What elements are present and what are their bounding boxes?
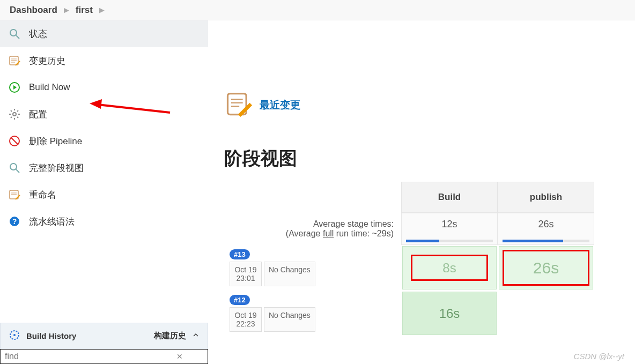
svg-point-12 — [10, 164, 17, 170]
sidebar-item-configure[interactable]: 配置 — [0, 101, 208, 128]
svg-line-13 — [16, 169, 19, 173]
gear-icon — [8, 107, 21, 121]
build-date: Oct 19 22:23 — [230, 307, 262, 332]
notepad-icon — [8, 54, 21, 68]
breadcrumb-job[interactable]: first — [71, 5, 97, 16]
stage-cell-publish[interactable] — [499, 292, 593, 335]
clock-play-icon — [8, 80, 21, 94]
svg-line-1 — [16, 35, 19, 39]
svg-text:?: ? — [12, 217, 17, 226]
build-history-title: Build History — [26, 331, 76, 340]
avg-publish: 26s — [498, 213, 594, 245]
svg-point-9 — [13, 113, 16, 116]
stage-col-publish: publish — [498, 182, 594, 213]
chevron-up-icon — [191, 331, 200, 341]
sidebar-item-label: 完整阶段视图 — [29, 162, 84, 174]
notepad-icon — [8, 188, 21, 202]
svg-point-0 — [10, 29, 17, 36]
build-changes: No Changes — [264, 262, 315, 286]
build-changes: No Changes — [264, 307, 315, 332]
sidebar: 状态 变更历史 Build Now 配置 删除 Pipeline — [0, 20, 208, 364]
avg-labels: Average stage times: (Average full run t… — [224, 213, 401, 245]
sidebar-item-pipeline-syntax[interactable]: ? 流水线语法 — [0, 208, 208, 235]
delete-icon — [8, 134, 21, 148]
build-date: Oct 19 23:01 — [230, 262, 262, 286]
highlight-box — [503, 250, 589, 286]
help-icon: ? — [8, 214, 21, 228]
build-chip: #13 — [230, 249, 250, 259]
sidebar-item-label: Build Now — [29, 82, 70, 93]
main-panel: 最近变更 阶段视图 Build publish Average stage ti… — [208, 20, 635, 364]
highlight-box — [411, 255, 488, 281]
stage-col-build: Build — [401, 182, 498, 213]
sidebar-item-changes[interactable]: 变更历史 — [0, 47, 208, 74]
sidebar-item-label: 状态 — [29, 28, 47, 40]
breadcrumb-sep: ▶ — [62, 6, 71, 14]
build-history-filter[interactable]: ✕ — [0, 349, 208, 364]
build-chip: #12 — [230, 295, 250, 305]
sidebar-item-label: 配置 — [29, 108, 47, 121]
sidebar-item-build-now[interactable]: Build Now — [0, 74, 208, 101]
svg-point-21 — [13, 334, 16, 336]
build-row-meta[interactable]: #12 Oct 19 22:23 No Changes — [224, 291, 401, 336]
search-icon — [8, 161, 21, 175]
stage-cell-build[interactable]: 8s — [402, 246, 497, 289]
stage-table: Build publish Average stage times: (Aver… — [224, 182, 635, 336]
sidebar-item-label: 变更历史 — [29, 55, 65, 67]
breadcrumb-root[interactable]: Dashboard — [5, 5, 62, 16]
sidebar-item-label: 流水线语法 — [29, 216, 75, 228]
stage-cell-build[interactable]: 16s — [402, 292, 497, 335]
stage-view-title: 阶段视图 — [224, 146, 635, 171]
sidebar-item-rename[interactable]: 重命名 — [0, 181, 208, 208]
notepad-large-icon — [224, 90, 252, 120]
filter-input[interactable] — [5, 352, 176, 361]
sidebar-item-status[interactable]: 状态 — [0, 20, 208, 47]
recent-changes-link[interactable]: 最近变更 — [260, 98, 300, 112]
sidebar-item-label: 删除 Pipeline — [29, 135, 82, 147]
sidebar-item-full-stage-view[interactable]: 完整阶段视图 — [0, 154, 208, 181]
history-icon — [8, 329, 21, 343]
svg-line-11 — [11, 138, 18, 144]
sidebar-item-label: 重命名 — [29, 189, 56, 201]
watermark: CSDN @lx--yt — [574, 352, 624, 361]
svg-marker-8 — [13, 85, 17, 90]
build-history-cn: 构建历史 — [154, 331, 186, 341]
build-row-meta[interactable]: #13 Oct 19 23:01 No Changes — [224, 245, 401, 291]
breadcrumb-sep: ▶ — [97, 6, 107, 14]
search-icon — [8, 27, 21, 41]
build-history-header[interactable]: Build History 构建历史 — [0, 323, 208, 349]
clear-icon[interactable]: ✕ — [176, 352, 183, 361]
stage-cell-publish[interactable]: 26s — [499, 246, 593, 289]
breadcrumb: Dashboard ▶ first ▶ — [0, 0, 635, 20]
sidebar-item-delete-pipeline[interactable]: 删除 Pipeline — [0, 128, 208, 154]
avg-build: 12s — [401, 213, 498, 245]
